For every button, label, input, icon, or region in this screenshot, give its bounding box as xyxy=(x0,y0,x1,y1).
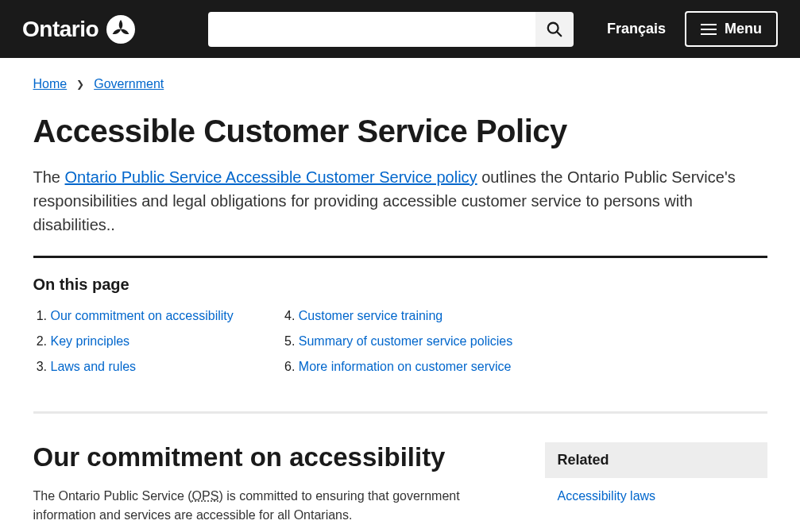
sidebar: Related Accessibility laws xyxy=(545,442,767,532)
search-form xyxy=(208,12,574,47)
related-links: Accessibility laws xyxy=(545,478,767,515)
toc-list-left: Our commitment on accessibility Key prin… xyxy=(33,303,234,380)
breadcrumb-link-government[interactable]: Government xyxy=(94,77,164,91)
list-item: Key principles xyxy=(51,329,234,354)
list-item: Our commitment on accessibility xyxy=(51,303,234,329)
related-link[interactable]: Accessibility laws xyxy=(558,489,656,503)
header-actions: Français Menu xyxy=(607,11,778,47)
trillium-icon xyxy=(106,15,135,44)
chevron-right-icon: ❯ xyxy=(76,79,84,90)
list-item: Customer service training xyxy=(299,303,512,329)
breadcrumb-link-home[interactable]: Home xyxy=(33,77,68,91)
related-heading: Related xyxy=(545,442,767,478)
breadcrumb: Home ❯ Government xyxy=(33,77,767,91)
hamburger-icon xyxy=(701,24,717,35)
site-header: Ontario Français Menu xyxy=(0,0,800,58)
logo-text: Ontario xyxy=(22,17,99,42)
site-logo[interactable]: Ontario xyxy=(22,15,135,44)
section-heading-commitment: Our commitment on accessibility xyxy=(33,442,507,472)
search-button[interactable] xyxy=(535,12,574,47)
intro-prefix: The xyxy=(33,168,65,186)
toc-link[interactable]: Our commitment on accessibility xyxy=(51,309,234,322)
on-this-page-nav: Our commitment on accessibility Key prin… xyxy=(33,303,767,380)
language-toggle[interactable]: Français xyxy=(607,21,666,37)
menu-button-label: Menu xyxy=(725,21,762,37)
list-item: Laws and rules xyxy=(51,354,234,380)
toc-link[interactable]: Key principles xyxy=(51,334,130,348)
text: The Ontario Public Service ( xyxy=(33,489,192,503)
intro-policy-link[interactable]: Ontario Public Service Accessible Custom… xyxy=(65,168,477,186)
page-intro: The Ontario Public Service Accessible Cu… xyxy=(33,165,767,237)
main-column: Our commitment on accessibility The Onta… xyxy=(33,442,507,532)
page-content: Home ❯ Government Accessible Customer Se… xyxy=(11,58,790,532)
main-layout: Our commitment on accessibility The Onta… xyxy=(33,442,767,532)
abbr-ops: OPS xyxy=(192,489,219,503)
list-item: Summary of customer service policies xyxy=(299,329,512,354)
toc-link[interactable]: Customer service training xyxy=(299,309,443,322)
toc-link[interactable]: More information on customer service xyxy=(299,360,512,373)
section-paragraph: The Ontario Public Service (OPS) is comm… xyxy=(33,487,507,525)
menu-button[interactable]: Menu xyxy=(685,11,778,47)
list-item: More information on customer service xyxy=(299,354,512,380)
toc-link[interactable]: Summary of customer service policies xyxy=(299,334,512,348)
search-icon xyxy=(546,21,563,38)
search-input[interactable] xyxy=(208,12,535,47)
divider-thin xyxy=(33,411,767,414)
divider-thick xyxy=(33,256,767,258)
page-title: Accessible Customer Service Policy xyxy=(33,114,767,149)
toc-list-right: Customer service training Summary of cus… xyxy=(281,303,512,380)
on-this-page-heading: On this page xyxy=(33,276,767,294)
toc-link[interactable]: Laws and rules xyxy=(51,360,137,373)
svg-line-2 xyxy=(557,31,562,36)
